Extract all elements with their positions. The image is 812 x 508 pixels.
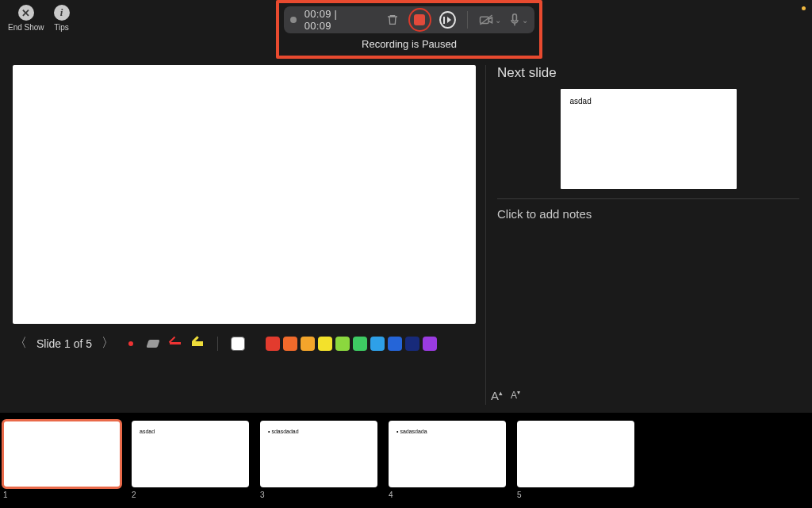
thumbnail-strip[interactable]: 1asdad2• sdasdadad3• sadasdada45: [0, 413, 812, 508]
recording-controls-bar: 00:09 | 00:09 ⌄: [284, 6, 534, 33]
color-swatch[interactable]: [388, 337, 402, 351]
color-swatch[interactable]: [353, 337, 367, 351]
decrease-font-button[interactable]: A▾: [511, 389, 520, 402]
color-swatch[interactable]: [301, 337, 315, 351]
thumbnail-text: asdad: [140, 429, 155, 434]
color-swatch[interactable]: [370, 337, 385, 351]
chevron-down-icon: ⌄: [495, 16, 501, 25]
current-slide-pane: 〈 Slide 1 of 5 〉: [13, 65, 476, 405]
thumbnail-number: 2: [132, 491, 249, 499]
thumbnail-number: 1: [3, 491, 121, 499]
tips-button[interactable]: i Tips: [54, 5, 70, 32]
trash-icon[interactable]: [385, 12, 400, 28]
main-content: 〈 Slide 1 of 5 〉 Next slide asdad Click …: [13, 65, 799, 405]
color-swatch[interactable]: [335, 337, 350, 351]
recording-status-text: Recording is Paused: [279, 38, 539, 50]
color-palette: [231, 337, 437, 351]
current-slide-canvas[interactable]: [13, 65, 476, 324]
thumbnail-text: • sdasdadad: [268, 429, 299, 434]
color-swatch[interactable]: [318, 337, 332, 351]
color-swatch[interactable]: [405, 337, 419, 351]
slide-thumbnail[interactable]: [517, 421, 634, 487]
increase-font-button[interactable]: A▴: [491, 389, 503, 402]
slide-thumbnail[interactable]: • sdasdadad: [260, 421, 377, 487]
close-x-icon: ✕: [18, 5, 34, 21]
divider: [467, 11, 468, 29]
stop-recording-button[interactable]: [408, 8, 431, 32]
next-slide-button[interactable]: 〉: [100, 335, 116, 352]
tips-label: Tips: [54, 23, 69, 32]
font-size-controls: A▴ A▾: [491, 389, 520, 402]
color-swatch[interactable]: [248, 337, 262, 351]
right-panel: Next slide asdad Click to add notes A▴ A…: [485, 65, 799, 405]
color-swatch[interactable]: [283, 337, 297, 351]
end-show-label: End Show: [8, 23, 44, 32]
pen-tool[interactable]: [168, 337, 182, 350]
color-swatch[interactable]: [231, 337, 245, 351]
slide-tools-bar: 〈 Slide 1 of 5 〉: [13, 335, 476, 352]
eraser-tool[interactable]: [146, 337, 160, 350]
microphone-toggle[interactable]: ⌄: [509, 13, 528, 26]
chevron-down-icon: ⌄: [522, 16, 528, 25]
pause-resume-button[interactable]: [439, 11, 456, 29]
annotation-tools: [124, 337, 205, 350]
prev-slide-button[interactable]: 〈: [13, 335, 29, 352]
slide-counter: Slide 1 of 5: [36, 337, 92, 350]
next-slide-heading: Next slide: [497, 65, 799, 81]
end-show-button[interactable]: ✕ End Show: [8, 5, 44, 32]
divider: [497, 198, 799, 199]
slide-thumbnail[interactable]: • sadasdada: [389, 421, 506, 487]
color-swatch[interactable]: [423, 337, 437, 351]
pause-bar-icon: [443, 17, 445, 24]
play-triangle-icon: [447, 17, 451, 23]
thumbnail-number: 3: [260, 491, 377, 499]
svg-rect-2: [513, 14, 517, 21]
recording-controls-highlight: 00:09 | 00:09 ⌄: [276, 0, 542, 59]
color-swatch[interactable]: [266, 337, 280, 351]
stop-icon: [414, 14, 425, 25]
laser-pointer-tool[interactable]: [124, 337, 138, 350]
camera-toggle[interactable]: ⌄: [479, 14, 501, 25]
notes-input[interactable]: Click to add notes: [497, 207, 799, 221]
divider: [217, 337, 218, 351]
slide-thumbnail[interactable]: asdad: [132, 421, 249, 487]
slide-thumbnail[interactable]: [3, 421, 121, 487]
highlighter-tool[interactable]: [190, 337, 205, 350]
thumbnail-number: 4: [389, 491, 506, 499]
next-slide-preview[interactable]: asdad: [561, 89, 737, 189]
next-slide-text: asdad: [570, 97, 592, 106]
thumbnail-text: • sadasdada: [396, 429, 427, 434]
recording-time: 00:09 | 00:09: [304, 8, 365, 32]
thumbnail-number: 5: [517, 491, 634, 499]
record-indicator-icon: [290, 17, 297, 23]
info-icon: i: [54, 5, 70, 21]
svg-rect-0: [480, 17, 488, 23]
status-indicator-dot: [802, 6, 806, 10]
